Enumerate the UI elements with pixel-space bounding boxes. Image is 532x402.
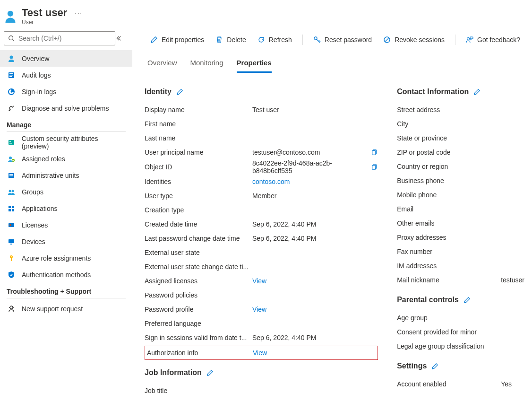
delete-button[interactable]: Delete xyxy=(210,32,251,47)
svg-rect-38 xyxy=(372,151,376,155)
sidebar-item-overview-icon xyxy=(7,55,16,62)
svg-rect-17 xyxy=(9,175,13,176)
property-label: Fax number xyxy=(397,248,501,255)
property-label: Country or region xyxy=(397,163,501,170)
reset-password-label: Reset password xyxy=(325,36,372,44)
property-row: Account enabledYes xyxy=(397,377,524,391)
property-row: Mail nicknametestuser xyxy=(397,273,524,287)
property-row: Age group xyxy=(397,311,524,325)
reset-password-button[interactable]: Reset password xyxy=(308,32,378,47)
revoke-sessions-button[interactable]: Revoke sessions xyxy=(378,32,450,47)
sidebar-item-custom-security-attrs[interactable]: Custom security attributes (preview) xyxy=(0,134,132,150)
property-value: testuser xyxy=(501,276,524,284)
svg-rect-26 xyxy=(9,239,14,243)
edit-contact-button[interactable] xyxy=(473,88,481,96)
property-row: Business phone xyxy=(397,174,524,188)
refresh-label: Refresh xyxy=(269,36,292,44)
sidebar-item-audit-logs[interactable]: Audit logs xyxy=(0,67,132,83)
svg-rect-16 xyxy=(9,174,13,175)
sidebar-item-licenses[interactable]: Licenses xyxy=(0,217,132,233)
property-label: Business phone xyxy=(397,177,501,184)
svg-point-0 xyxy=(8,11,13,17)
sidebar-item-groups[interactable]: Groups xyxy=(0,184,132,200)
sidebar-item-azure-roles[interactable]: Azure role assignments xyxy=(0,250,132,266)
authorization-info-view-link[interactable]: View xyxy=(253,349,267,357)
edit-identity-button[interactable] xyxy=(176,88,183,96)
sidebar-search[interactable] xyxy=(4,31,115,45)
property-label: Display name xyxy=(145,106,252,114)
sidebar-item-auth-methods[interactable]: Authentication methods xyxy=(0,266,132,283)
sidebar-item-overview[interactable]: Overview xyxy=(0,50,132,67)
sidebar-item-new-support[interactable]: New support request xyxy=(0,300,132,317)
collapse-sidebar-icon[interactable] xyxy=(115,35,129,42)
property-row: Street address xyxy=(397,103,524,117)
tab-monitoring[interactable]: Monitoring xyxy=(190,56,223,73)
svg-line-2 xyxy=(13,40,15,42)
svg-rect-20 xyxy=(9,206,11,208)
property-value: Sep 6, 2022, 4:40 PM xyxy=(252,235,378,242)
svg-rect-12 xyxy=(9,143,12,144)
page-subtitle: User xyxy=(22,19,82,26)
property-row: Password policies xyxy=(145,288,378,302)
search-icon xyxy=(8,35,15,42)
property-row: ZIP or postal code xyxy=(397,145,524,159)
sidebar-group-trouble: Troubleshooting + Support xyxy=(0,283,132,296)
sidebar-item-diagnose[interactable]: Diagnose and solve problems xyxy=(0,100,132,116)
sidebar-item-label: Sign-in logs xyxy=(22,88,56,96)
sidebar-item-label: Audit logs xyxy=(22,71,51,79)
property-value: Sep 6, 2022, 4:40 PM xyxy=(252,334,378,341)
property-label: Last name xyxy=(145,134,252,142)
edit-parental-button[interactable] xyxy=(463,297,471,304)
sidebar-item-admin-units[interactable]: Administrative units xyxy=(0,167,132,184)
property-row: IM addresses xyxy=(397,259,524,273)
copy-icon[interactable] xyxy=(371,149,378,156)
sidebar-item-signin-logs[interactable]: Sign-in logs xyxy=(0,83,132,100)
sidebar-item-devices[interactable]: Devices xyxy=(0,233,132,250)
svg-rect-6 xyxy=(9,75,13,76)
sidebar-item-assigned-roles[interactable]: Assigned roles xyxy=(0,150,132,167)
property-label: Legal age group classification xyxy=(397,342,501,350)
property-label: External user state change date ti... xyxy=(145,263,252,271)
section-jobinfo: Job Information xyxy=(145,368,202,377)
authorization-info-label: Authorization info xyxy=(147,349,253,357)
edit-properties-label: Edit properties xyxy=(162,36,204,44)
property-row: Country or region xyxy=(397,159,524,174)
property-value-link[interactable]: View xyxy=(252,277,378,285)
search-input[interactable] xyxy=(17,34,111,43)
property-label: User type xyxy=(145,192,252,200)
toolbar-separator xyxy=(302,35,303,45)
sidebar-item-label: Custom security attributes (preview) xyxy=(22,135,126,150)
property-label: Password profile xyxy=(145,306,252,313)
property-label: Job title xyxy=(145,387,252,394)
property-row: External user state xyxy=(145,245,378,260)
svg-rect-22 xyxy=(9,209,11,211)
copy-icon[interactable] xyxy=(371,164,378,170)
svg-point-25 xyxy=(9,224,11,226)
property-row: Object ID8c4022ee-2f9d-468a-ac2b-b848b6c… xyxy=(145,159,378,175)
property-row: Created date timeSep 6, 2022, 4:40 PM xyxy=(145,217,378,231)
sidebar-item-auth-methods-icon xyxy=(7,271,16,279)
sidebar-item-devices-icon xyxy=(7,238,16,245)
refresh-button[interactable]: Refresh xyxy=(252,32,298,47)
user-avatar-icon xyxy=(4,9,17,23)
property-label: Password policies xyxy=(145,291,252,299)
sidebar-item-admin-units-icon xyxy=(7,172,16,179)
property-label: External user state xyxy=(145,249,252,256)
sidebar-item-label: Groups xyxy=(22,188,43,196)
property-label: Last password change date time xyxy=(145,235,252,242)
more-menu-icon[interactable]: ··· xyxy=(75,9,82,17)
property-row: Display nameTest user xyxy=(145,103,378,117)
svg-rect-10 xyxy=(9,140,14,145)
edit-settings-button[interactable] xyxy=(431,363,438,370)
property-label: Age group xyxy=(397,314,501,322)
edit-jobinfo-button[interactable] xyxy=(206,369,214,376)
property-value: Test user xyxy=(252,106,378,114)
tab-properties[interactable]: Properties xyxy=(237,56,272,73)
sidebar-item-applications[interactable]: Applications xyxy=(0,200,132,217)
tab-overview[interactable]: Overview xyxy=(147,56,177,73)
property-value-link[interactable]: contoso.com xyxy=(252,178,378,185)
property-value-link[interactable]: View xyxy=(252,306,378,313)
edit-properties-button[interactable]: Edit properties xyxy=(145,32,210,47)
sidebar-group-manage: Manage xyxy=(0,116,132,130)
feedback-button[interactable]: Got feedback? xyxy=(460,32,526,47)
